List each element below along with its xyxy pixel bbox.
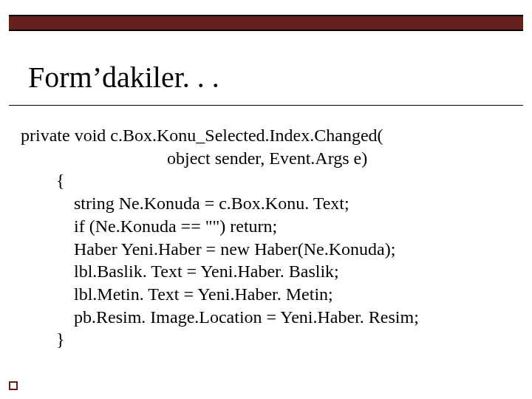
code-block: private void c.Box.Konu_Selected.Index.C… — [21, 124, 511, 351]
code-line: lbl.Baslik. Text = Yeni.Haber. Baslik; — [21, 262, 339, 281]
title-underline — [9, 105, 523, 106]
footer-bullet-icon — [9, 381, 18, 390]
code-line: Haber Yeni.Haber = new Haber(Ne.Konuda); — [21, 239, 395, 259]
code-line: { — [21, 171, 65, 190]
slide-title: Form’dakiler. . . — [28, 62, 219, 98]
code-line: pb.Resim. Image.Location = Yeni.Haber. R… — [21, 307, 419, 327]
code-line: private void c.Box.Konu_Selected.Index.C… — [21, 126, 383, 145]
header-accent-bar — [9, 15, 523, 31]
code-line: lbl.Metin. Text = Yeni.Haber. Metin; — [21, 284, 333, 304]
slide: Form’dakiler. . . private void c.Box.Kon… — [0, 0, 532, 399]
code-line: object sender, Event.Args e) — [21, 149, 367, 168]
code-line: if (Ne.Konuda == "") return; — [21, 216, 277, 236]
code-line: string Ne.Konuda = c.Box.Konu. Text; — [21, 194, 349, 213]
code-line: } — [21, 330, 65, 349]
